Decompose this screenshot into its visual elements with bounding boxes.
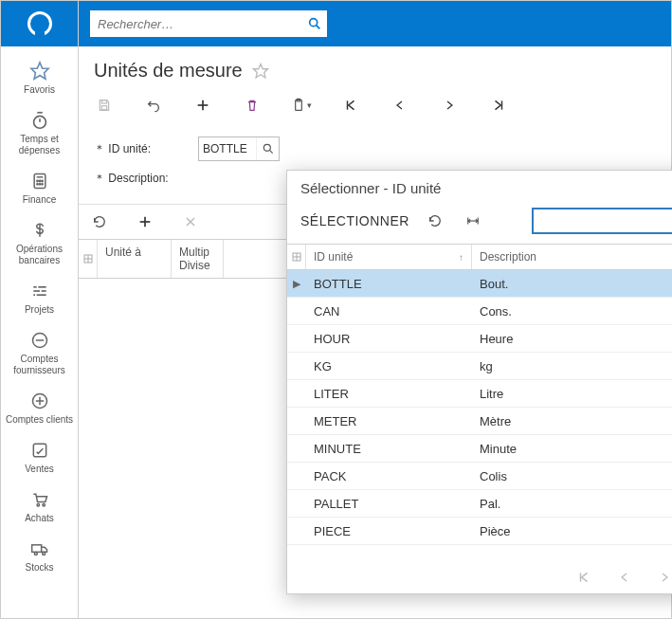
row-desc: Minute: [472, 442, 672, 456]
sidebar-item-label: Temps et dépenses: [3, 134, 76, 156]
sidebar-item-label: Finance: [23, 194, 57, 206]
lookup-row[interactable]: ▶MINUTEMinute: [287, 435, 672, 463]
sidebar-item-label: Achats: [25, 513, 54, 524]
lookup-row[interactable]: ▶KGkg: [287, 353, 672, 380]
add-button[interactable]: [189, 91, 217, 119]
prev-record-button[interactable]: [386, 91, 414, 119]
popup-title: Sélectionner - ID unité: [300, 180, 441, 196]
row-desc: Colis: [472, 469, 672, 483]
lookup-row[interactable]: ▶PACKColis: [287, 463, 672, 490]
app-logo[interactable]: [1, 1, 78, 46]
popup-col-id[interactable]: ID unité↑: [306, 245, 472, 269]
row-id: BOTTLE: [306, 277, 472, 291]
id-unit-field[interactable]: [198, 137, 280, 161]
lookup-row[interactable]: ▶PALLETPal.: [287, 490, 672, 518]
lookup-row[interactable]: ▶PIECEPièce: [287, 518, 672, 545]
lookup-row[interactable]: ▶CANCons.: [287, 298, 672, 325]
sidebar: Favoris Temps et dépenses Finance Opérat…: [1, 1, 79, 618]
popup-first-page[interactable]: [577, 571, 590, 584]
popup-fit-button[interactable]: [461, 209, 485, 233]
row-desc: Bout.: [472, 277, 672, 291]
row-id: LITER: [306, 387, 472, 401]
page-title: Unités de mesure: [94, 60, 243, 82]
sidebar-item-label: Projets: [25, 304, 54, 316]
row-id: METER: [306, 414, 472, 428]
row-desc: Litre: [472, 387, 672, 401]
lookup-row[interactable]: ▶METERMètre: [287, 408, 672, 435]
popup-col-desc[interactable]: Description: [472, 245, 672, 269]
sidebar-item-label: Comptes fournisseurs: [3, 354, 76, 376]
svg-point-28: [42, 553, 45, 555]
sidebar-item-label: Opérations bancaires: [3, 244, 76, 266]
lookup-row[interactable]: ▶LITERLitre: [287, 380, 672, 408]
grid-add-button[interactable]: [132, 209, 158, 235]
cart-icon: [28, 488, 51, 511]
undo-button[interactable]: [139, 91, 168, 119]
global-search[interactable]: [90, 10, 327, 37]
topbar: [79, 1, 671, 46]
sidebar-item-label: Favoris: [24, 84, 55, 96]
svg-point-7: [39, 180, 40, 181]
star-icon: [28, 60, 51, 82]
lookup-popup: Sélectionner - ID unité SÉLECTIONNER ID …: [286, 170, 672, 594]
popup-select-button[interactable]: SÉLECTIONNER: [300, 213, 409, 228]
sidebar-item-stocks[interactable]: Stocks: [1, 530, 78, 579]
popup-search-input[interactable]: [534, 214, 672, 228]
minus-circle-icon: [28, 329, 51, 352]
svg-point-11: [41, 184, 42, 185]
sidebar-item-temps[interactable]: Temps et dépenses: [1, 101, 78, 162]
row-desc: Pièce: [472, 524, 672, 538]
svg-rect-32: [101, 100, 106, 103]
svg-point-27: [34, 553, 37, 555]
popup-grid-handle-icon[interactable]: [287, 245, 306, 269]
row-desc: Heure: [472, 332, 672, 346]
plus-circle-icon: [28, 390, 51, 412]
popup-next-page[interactable]: [659, 571, 670, 584]
sort-asc-icon: ↑: [459, 252, 463, 263]
save-button[interactable]: [90, 91, 118, 119]
popup-prev-page[interactable]: [619, 571, 630, 584]
sidebar-item-favoris[interactable]: Favoris: [1, 52, 78, 101]
grid-close-button[interactable]: [177, 209, 204, 235]
first-record-button[interactable]: [336, 91, 365, 119]
sidebar-item-banque[interactable]: Opérations bancaires: [1, 211, 78, 272]
sidebar-item-finance[interactable]: Finance: [1, 162, 78, 211]
svg-rect-33: [101, 106, 106, 110]
clipboard-menu-button[interactable]: ▾: [287, 91, 316, 119]
row-indicator-icon: ▶: [287, 278, 306, 290]
svg-rect-26: [31, 545, 41, 553]
id-unit-input[interactable]: [199, 142, 256, 155]
last-record-button[interactable]: [484, 91, 513, 119]
sidebar-item-label: Ventes: [25, 464, 54, 475]
grid-col-unit[interactable]: Unité à: [98, 240, 172, 278]
grid-handle-icon[interactable]: [79, 240, 98, 278]
row-desc: Cons.: [472, 304, 672, 319]
svg-point-10: [39, 184, 40, 185]
sidebar-item-fournisseurs[interactable]: Comptes fournisseurs: [1, 321, 78, 382]
sidebar-item-clients[interactable]: Comptes clients: [1, 382, 78, 431]
sidebar-item-projets[interactable]: Projets: [1, 272, 78, 321]
lookup-row[interactable]: ▶HOURHeure: [287, 325, 672, 353]
calculator-icon: [28, 170, 51, 192]
popup-search[interactable]: [532, 208, 672, 234]
svg-marker-0: [30, 63, 47, 79]
svg-point-6: [36, 180, 37, 181]
svg-rect-23: [33, 444, 45, 456]
record-toolbar: ▾: [79, 87, 671, 129]
grid-col-mult[interactable]: MultipDivise: [172, 240, 224, 278]
svg-point-40: [263, 144, 270, 151]
sidebar-item-achats[interactable]: Achats: [1, 481, 78, 530]
next-record-button[interactable]: [435, 91, 463, 119]
lookup-row[interactable]: ▶BOTTLEBout.: [287, 270, 672, 298]
search-input[interactable]: [94, 15, 306, 33]
favorite-toggle[interactable]: [252, 63, 269, 80]
popup-refresh-button[interactable]: [423, 209, 447, 233]
svg-point-25: [42, 504, 45, 507]
row-id: KG: [306, 359, 472, 373]
search-icon[interactable]: [306, 16, 323, 31]
delete-button[interactable]: [238, 91, 266, 119]
lookup-icon[interactable]: [256, 137, 279, 160]
sidebar-item-ventes[interactable]: Ventes: [1, 431, 78, 481]
edit-square-icon: [28, 439, 51, 462]
grid-refresh-button[interactable]: [86, 209, 113, 235]
